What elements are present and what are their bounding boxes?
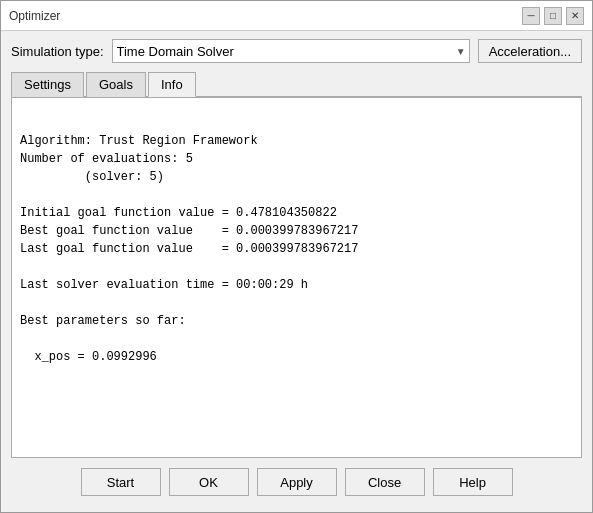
title-bar-controls: ─ □ ✕	[522, 7, 584, 25]
simulation-label: Simulation type:	[11, 44, 104, 59]
simulation-type-row: Simulation type: Time Domain Solver Freq…	[11, 39, 582, 63]
info-panel[interactable]: Algorithm: Trust Region Framework Number…	[11, 97, 582, 458]
close-button[interactable]: ✕	[566, 7, 584, 25]
window-content: Simulation type: Time Domain Solver Freq…	[1, 31, 592, 512]
close-button-footer[interactable]: Close	[345, 468, 425, 496]
simulation-type-select[interactable]: Time Domain Solver Frequency Domain Solv…	[112, 39, 470, 63]
simulation-select-wrapper: Time Domain Solver Frequency Domain Solv…	[112, 39, 470, 63]
footer-buttons: Start OK Apply Close Help	[11, 458, 582, 504]
tab-settings[interactable]: Settings	[11, 72, 84, 97]
minimize-button[interactable]: ─	[522, 7, 540, 25]
ok-button[interactable]: OK	[169, 468, 249, 496]
help-button[interactable]: Help	[433, 468, 513, 496]
tab-goals[interactable]: Goals	[86, 72, 146, 97]
optimizer-window: Optimizer ─ □ ✕ Simulation type: Time Do…	[0, 0, 593, 513]
acceleration-button[interactable]: Acceleration...	[478, 39, 582, 63]
info-text: Algorithm: Trust Region Framework Number…	[20, 132, 573, 366]
start-button[interactable]: Start	[81, 468, 161, 496]
tabs-row: Settings Goals Info	[11, 71, 582, 97]
apply-button[interactable]: Apply	[257, 468, 337, 496]
title-bar: Optimizer ─ □ ✕	[1, 1, 592, 31]
window-title: Optimizer	[9, 9, 60, 23]
maximize-button[interactable]: □	[544, 7, 562, 25]
tab-info[interactable]: Info	[148, 72, 196, 97]
